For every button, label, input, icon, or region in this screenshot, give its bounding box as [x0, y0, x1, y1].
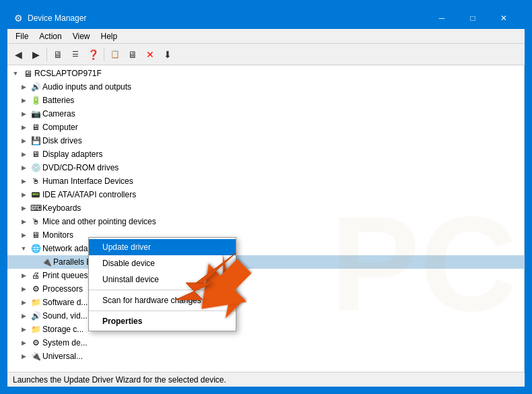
ctx-uninstall-device[interactable]: Uninstall device [89, 271, 236, 288]
tree-item-monitors[interactable]: ▶ 🖥 Monitors [7, 228, 524, 242]
expand-ide: ▶ [18, 189, 29, 200]
menu-help[interactable]: Help [96, 30, 123, 42]
menu-bar: File Action View Help [7, 29, 525, 44]
root-label: RCSLAPTOP971F [34, 69, 102, 78]
label-ide: IDE ATA/ATAPI controllers [42, 190, 136, 199]
expand-cameras: ▶ [18, 108, 29, 119]
window-icon: ⚙ [13, 13, 24, 24]
tree-item-processors[interactable]: ▶ ⚙ Processors [7, 282, 524, 296]
label-keyboards: Keyboards [42, 203, 81, 213]
ctx-scan-hardware[interactable]: Scan for hardware changes [89, 292, 236, 308]
expand-universal: ▶ [18, 351, 29, 362]
forward-button[interactable]: ▶ [28, 46, 44, 63]
icon-keyboards: ⌨ [30, 203, 41, 214]
tree-item-universal[interactable]: ▶ 🔌 Universal... [7, 350, 524, 363]
icon-sound: 🔊 [30, 310, 41, 321]
expand-system: ▶ [18, 337, 29, 348]
search-button[interactable]: 📋 [107, 46, 123, 63]
label-software: Software d... [42, 298, 88, 307]
expand-storage: ▶ [18, 324, 29, 335]
update-button[interactable]: ⬇ [160, 46, 176, 63]
tree-item-batteries[interactable]: ▶ 🔋 Batteries [7, 94, 524, 107]
tree-item-dvd[interactable]: ▶ 💿 DVD/CD-ROM drives [7, 161, 524, 174]
tree-item-system[interactable]: ▶ ⚙ System de... [7, 336, 524, 350]
label-diskdrives: Disk drives [42, 136, 82, 145]
tree-item-display[interactable]: ▶ 🖥 Display adapters [7, 147, 524, 161]
tree-item-audio[interactable]: ▶ 🔊 Audio inputs and outputs [7, 80, 524, 94]
tree-item-keyboards[interactable]: ▶ ⌨ Keyboards [7, 201, 524, 215]
ctx-sep-1 [89, 290, 236, 290]
maximize-button[interactable]: □ [457, 7, 488, 29]
icon-software: 📁 [30, 297, 41, 308]
label-monitors: Monitors [42, 230, 73, 240]
tree-item-software[interactable]: ▶ 📁 Software d... [7, 296, 524, 309]
toolbar: ◀ ▶ 🖥 ☰ ❓ 📋 🖥 ✕ ⬇ [7, 44, 525, 65]
icon-batteries: 🔋 [30, 95, 41, 106]
title-bar: ⚙ Device Manager ─ □ ✕ [7, 7, 525, 29]
back-button[interactable]: ◀ [10, 46, 26, 63]
tree-item-parallels[interactable]: 🔌 Parallels Ethernet Adapter [7, 255, 524, 269]
content-area: PC ▼ 🖥 RCSLAPTOP971F ▶ 🔊 Audio inputs an… [7, 65, 525, 372]
label-hid: Human Interface Devices [42, 176, 133, 186]
expand-root: ▼ [10, 68, 21, 79]
tree-item-diskdrives[interactable]: ▶ 💾 Disk drives [7, 134, 524, 147]
help-button[interactable]: ❓ [85, 46, 101, 63]
title-bar-controls: ─ □ ✕ [426, 7, 519, 29]
icon-network: 🌐 [30, 243, 41, 254]
label-processors: Processors [42, 284, 83, 294]
label-system: System de... [42, 338, 88, 348]
tree-item-sound[interactable]: ▶ 🔊 Sound, vid... [7, 309, 524, 323]
remove-button[interactable]: ✕ [142, 46, 158, 63]
icon-monitors: 🖥 [30, 230, 41, 240]
ctx-sep-2 [89, 310, 236, 311]
expand-monitors: ▶ [18, 230, 29, 240]
icon-dvd: 💿 [30, 162, 41, 173]
ctx-disable-device[interactable]: Disable device [89, 255, 236, 271]
icon-display: 🖥 [30, 149, 41, 160]
icon-processors: ⚙ [30, 284, 41, 294]
menu-view[interactable]: View [67, 30, 96, 42]
icon-storage: 📁 [30, 324, 41, 335]
minimize-button[interactable]: ─ [426, 7, 457, 29]
expand-network: ▼ [18, 243, 29, 254]
device-manager-window: ⚙ Device Manager ─ □ ✕ File Action View … [7, 7, 525, 387]
icon-diskdrives: 💾 [30, 135, 41, 146]
label-display: Display adapters [42, 150, 102, 159]
label-print: Print queues [42, 271, 88, 280]
tree-item-mice[interactable]: ▶ 🖱 Mice and other pointing devices [7, 215, 524, 228]
expand-software: ▶ [18, 297, 29, 308]
list-button[interactable]: ☰ [67, 46, 84, 63]
icon-print: 🖨 [30, 270, 41, 281]
computer-button[interactable]: 🖥 [50, 46, 66, 63]
menu-action[interactable]: Action [34, 30, 67, 42]
status-text: Launches the Update Driver Wizard for th… [13, 375, 226, 385]
expand-batteries: ▶ [18, 95, 29, 106]
tree-item-ide[interactable]: ▶ 📟 IDE ATA/ATAPI controllers [7, 188, 524, 201]
tree-item-hid[interactable]: ▶ 🖱 Human Interface Devices [7, 174, 524, 188]
ctx-properties[interactable]: Properties [89, 313, 236, 329]
icon-system: ⚙ [30, 337, 41, 348]
expand-keyboards: ▶ [18, 203, 29, 214]
display-button[interactable]: 🖥 [125, 46, 141, 63]
tree-item-computer[interactable]: ▶ 🖥 Computer [7, 121, 524, 134]
label-mice: Mice and other pointing devices [42, 217, 156, 226]
expand-print: ▶ [18, 270, 29, 281]
expand-dvd: ▶ [18, 162, 29, 173]
ctx-update-driver[interactable]: Update driver [89, 239, 236, 255]
status-bar: Launches the Update Driver Wizard for th… [7, 372, 525, 387]
icon-audio: 🔊 [30, 81, 41, 92]
close-button[interactable]: ✕ [488, 7, 519, 29]
tree-root[interactable]: ▼ 🖥 RCSLAPTOP971F [7, 67, 524, 80]
menu-file[interactable]: File [10, 30, 34, 42]
expand-display: ▶ [18, 149, 29, 160]
icon-cameras: 📷 [30, 108, 41, 119]
tree-item-print[interactable]: ▶ 🖨 Print queues [7, 269, 524, 282]
tree-panel[interactable]: PC ▼ 🖥 RCSLAPTOP971F ▶ 🔊 Audio inputs an… [7, 65, 525, 372]
tree-item-network[interactable]: ▼ 🌐 Network adapters [7, 242, 524, 255]
label-batteries: Batteries [42, 96, 74, 105]
toolbar-sep-1 [46, 48, 47, 61]
label-storage: Storage c... [42, 325, 84, 334]
tree-item-cameras[interactable]: ▶ 📷 Cameras [7, 107, 524, 121]
expand-processors: ▶ [18, 284, 29, 294]
tree-item-storage[interactable]: ▶ 📁 Storage c... [7, 323, 524, 336]
